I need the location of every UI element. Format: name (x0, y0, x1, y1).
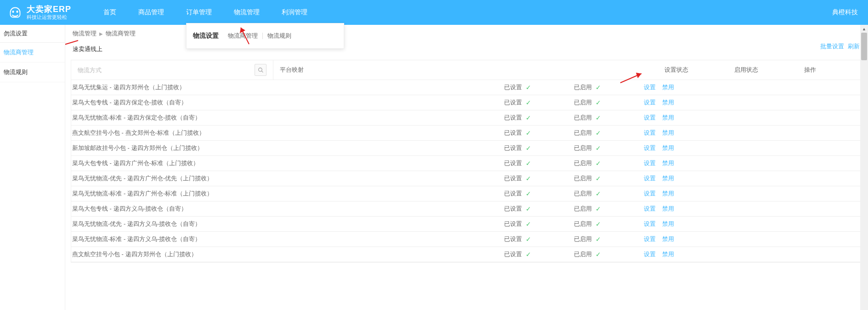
table-row: 菜鸟无忧物流-优先 - 递四方义乌-揽收仓（自寄）已设置✓已启用✓设置禁用 (71, 217, 862, 232)
cell-set-status: 已设置✓ (503, 171, 573, 186)
breadcrumb-current: 物流商管理 (106, 29, 136, 38)
op-config-link[interactable]: 设置 (644, 250, 656, 258)
cell-name: 菜鸟大包专线 - 递四方广州仓-标准（上门揽收） (71, 156, 503, 171)
check-icon: ✓ (596, 160, 601, 167)
check-icon: ✓ (526, 129, 531, 137)
op-disable-link[interactable]: 禁用 (662, 129, 674, 137)
th-set-status: 设置状态 (658, 60, 728, 80)
cell-set-status: 已设置✓ (503, 80, 573, 95)
cell-set-status: 已设置✓ (503, 232, 573, 247)
nav-item[interactable]: 商品管理 (127, 0, 175, 25)
sidebar-item-provider[interactable]: 物流商管理 (0, 43, 65, 63)
nav-item[interactable]: 物流管理 (223, 0, 271, 25)
op-disable-link[interactable]: 禁用 (662, 159, 674, 167)
op-disable-link[interactable]: 禁用 (662, 98, 674, 107)
op-config-link[interactable]: 设置 (644, 174, 656, 183)
op-config-link[interactable]: 设置 (644, 205, 656, 213)
cell-enable-status: 已启用✓ (573, 171, 643, 186)
scroll-up-icon[interactable]: ▲ (860, 25, 868, 33)
op-disable-link[interactable]: 禁用 (662, 205, 674, 213)
check-icon: ✓ (526, 205, 531, 212)
cell-name: 菜鸟大包专线 - 递四方保定仓-揽收（自寄） (71, 95, 503, 110)
sidebar-header: 勿流设置 (0, 25, 65, 43)
cell-name: 菜鸟无忧物流-优先 - 递四方广州仓-优先（上门揽收） (71, 171, 503, 186)
vertical-scrollbar[interactable]: ▲ (860, 25, 868, 310)
check-icon: ✓ (596, 251, 601, 258)
check-icon: ✓ (526, 160, 531, 167)
op-disable-link[interactable]: 禁用 (662, 144, 674, 152)
op-config-link[interactable]: 设置 (644, 235, 656, 243)
th-enable-status: 启用状态 (728, 60, 798, 80)
op-config-link[interactable]: 设置 (644, 114, 656, 122)
check-icon: ✓ (526, 114, 531, 121)
nav-item[interactable]: 订单管理 (175, 0, 223, 25)
cell-name: 菜鸟无忧物流-标准 - 递四方保定仓-揽收（自寄） (71, 110, 503, 125)
table-row: 菜鸟无忧物流-标准 - 递四方义乌-揽收仓（自寄）已设置✓已启用✓设置禁用 (71, 232, 862, 247)
check-icon: ✓ (596, 175, 601, 182)
op-config-link[interactable]: 设置 (644, 129, 656, 137)
cell-name: 燕文航空挂号小包 - 递四方郑州仓（上门揽收） (71, 247, 503, 262)
check-icon: ✓ (526, 190, 531, 197)
cell-set-status: 已设置✓ (503, 247, 573, 262)
op-config-link[interactable]: 设置 (644, 189, 656, 198)
table-header-row: 平台映射 设置状态 启用状态 操作 (71, 60, 862, 80)
check-icon: ✓ (596, 235, 601, 243)
table-row: 燕文航空挂号小包 - 燕文郑州仓-标准（上门揽收）已设置✓已启用✓设置禁用 (71, 126, 862, 141)
search-wrap (71, 60, 273, 80)
table-row: 菜鸟大包专线 - 递四方广州仓-标准（上门揽收）已设置✓已启用✓设置禁用 (71, 156, 862, 171)
check-icon: ✓ (526, 251, 531, 258)
search-input[interactable] (78, 67, 255, 74)
cell-name: 菜鸟无忧物流-标准 - 递四方义乌-揽收仓（自寄） (71, 232, 503, 247)
logo-title: 大卖家ERP (27, 5, 71, 15)
check-icon: ✓ (596, 99, 601, 106)
cell-enable-status: 已启用✓ (573, 110, 643, 125)
check-icon: ✓ (596, 84, 601, 91)
dropdown-link-provider[interactable]: 物流商管理 (228, 32, 258, 40)
refresh-link[interactable]: 刷新 (848, 42, 860, 51)
dropdown-title: 物流设置 (193, 32, 219, 40)
svg-point-0 (258, 68, 262, 71)
op-disable-link[interactable]: 禁用 (662, 189, 674, 198)
header-company[interactable]: 典橙科技 (832, 8, 868, 17)
op-config-link[interactable]: 设置 (644, 98, 656, 107)
op-config-link[interactable]: 设置 (644, 144, 656, 152)
cell-enable-status: 已启用✓ (573, 201, 643, 216)
op-config-link[interactable]: 设置 (644, 159, 656, 167)
op-disable-link[interactable]: 禁用 (662, 174, 674, 183)
sidebar-item-rule[interactable]: 物流规则 (0, 63, 65, 82)
nav-item[interactable]: 利润管理 (271, 0, 318, 25)
op-disable-link[interactable]: 禁用 (662, 83, 674, 92)
cell-name: 菜鸟大包专线 - 递四方义乌-揽收仓（自寄） (71, 201, 503, 216)
op-config-link[interactable]: 设置 (644, 83, 656, 92)
breadcrumb-root[interactable]: 物流管理 (73, 29, 96, 38)
dropdown-link-rule[interactable]: 物流规则 (267, 32, 291, 40)
cell-operation: 设置禁用 (643, 232, 707, 247)
table-row: 燕文航空挂号小包 - 递四方郑州仓（上门揽收）已设置✓已启用✓设置禁用 (71, 247, 862, 262)
check-icon: ✓ (596, 144, 601, 152)
check-icon: ✓ (526, 175, 531, 182)
op-disable-link[interactable]: 禁用 (662, 220, 674, 228)
cell-name: 菜鸟无忧物流-优先 - 递四方义乌-揽收仓（自寄） (71, 217, 503, 231)
cell-set-status: 已设置✓ (503, 186, 573, 201)
cell-name: 燕文航空挂号小包 - 燕文郑州仓-标准（上门揽收） (71, 126, 503, 140)
nav-dropdown: 物流设置 物流商管理 物流规则 (186, 23, 344, 49)
scrollbar-thumb[interactable] (861, 33, 867, 60)
op-disable-link[interactable]: 禁用 (662, 114, 674, 122)
cell-operation: 设置禁用 (643, 217, 707, 231)
cell-operation: 设置禁用 (643, 156, 707, 171)
batch-config-link[interactable]: 批量设置 (820, 42, 844, 51)
op-config-link[interactable]: 设置 (644, 220, 656, 228)
cell-set-status: 已设置✓ (503, 95, 573, 110)
table-row: 菜鸟无忧集运 - 递四方郑州仓（上门揽收）已设置✓已启用✓设置禁用 (71, 80, 862, 95)
cell-operation: 设置禁用 (643, 141, 707, 155)
op-disable-link[interactable]: 禁用 (662, 235, 674, 243)
search-button[interactable] (255, 64, 267, 76)
op-disable-link[interactable]: 禁用 (662, 250, 674, 258)
cell-name: 新加坡邮政挂号小包 - 递四方郑州仓（上门揽收） (71, 141, 503, 155)
check-icon: ✓ (526, 235, 531, 243)
logo-icon (8, 6, 22, 19)
check-icon: ✓ (526, 84, 531, 91)
table-row: 菜鸟无忧物流-标准 - 递四方保定仓-揽收（自寄）已设置✓已启用✓设置禁用 (71, 110, 862, 126)
nav-item[interactable]: 首页 (92, 0, 127, 25)
cell-set-status: 已设置✓ (503, 156, 573, 171)
